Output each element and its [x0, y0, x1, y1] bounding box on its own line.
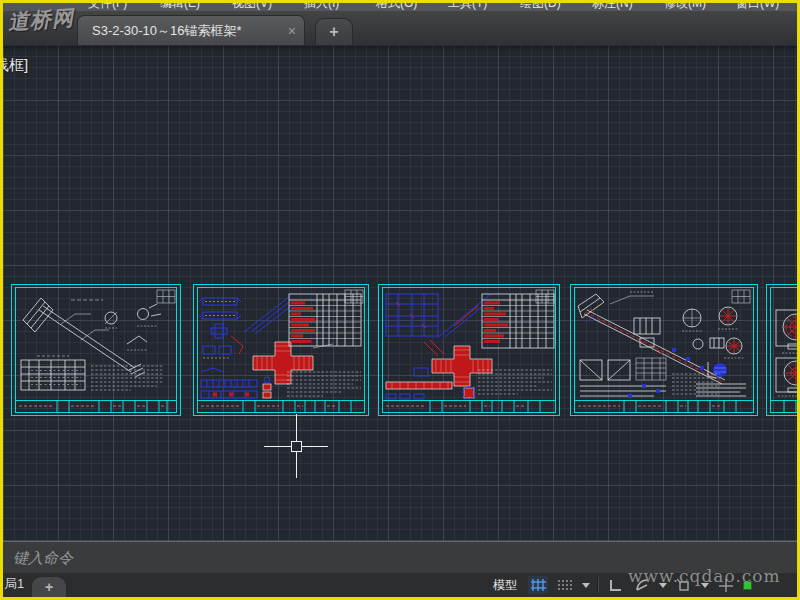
menu-item-draw[interactable]: 绘图(D) [520, 3, 561, 9]
daoqiao-logo-watermark: 道桥网 [7, 4, 75, 37]
snap-grid-icon[interactable] [528, 576, 548, 594]
file-tab-bar: 道桥网 S3-2-30-10～16锚索框架* × + [3, 11, 797, 45]
menu-item-tools[interactable]: 工具(T) [448, 3, 487, 9]
cqdao-url-watermark: www.cqdao.com [628, 566, 781, 586]
drawing-tab-active[interactable]: S3-2-30-10～16锚索框架* × [77, 15, 305, 45]
grid-display-icon[interactable] [555, 576, 575, 594]
layout-tab-partial[interactable]: 局1 [0, 573, 30, 597]
model-space-button[interactable]: 模型 [489, 577, 521, 594]
drawing-sheet-1[interactable] [11, 284, 181, 416]
menu-item-dimension[interactable]: 标注(N) [592, 3, 633, 9]
crosshair-horizontal-line [264, 446, 328, 447]
drawing-canvas[interactable]: 线框] [3, 45, 797, 541]
menu-item-file[interactable]: 文件(F) [88, 3, 127, 9]
menu-item-format[interactable]: 格式(O) [376, 3, 417, 9]
new-drawing-tab-button[interactable]: + [315, 18, 353, 46]
ortho-mode-icon[interactable] [605, 576, 625, 594]
application-window: 文件(F) 编辑(E) 视图(V) 插入(I) 格式(O) 工具(T) 绘图(D… [0, 0, 800, 600]
crosshair-vertical-line [296, 414, 297, 478]
menu-item-window[interactable]: 窗口(W) [736, 3, 779, 9]
menu-item-modify[interactable]: 修改(M) [664, 3, 706, 9]
viewport-control-fragment[interactable]: 线框] [3, 56, 28, 75]
drawing-sheet-4[interactable] [570, 284, 758, 416]
snap-settings-caret-icon[interactable] [582, 583, 590, 588]
tab-close-icon[interactable]: × [288, 23, 296, 39]
menu-bar: 文件(F) 编辑(E) 视图(V) 插入(I) 格式(O) 工具(T) 绘图(D… [3, 3, 797, 11]
menu-item-view[interactable]: 视图(V) [232, 3, 272, 9]
command-input-placeholder[interactable]: 键入命令 [13, 542, 73, 573]
status-separator [597, 577, 598, 593]
drawing-sheet-2[interactable] [193, 284, 369, 416]
drawing-sheet-5[interactable] [766, 284, 797, 416]
drawing-tab-title: S3-2-30-10～16锚索框架* [92, 22, 282, 40]
menu-item-edit[interactable]: 编辑(E) [160, 3, 200, 9]
drawing-sheet-3[interactable] [378, 284, 560, 416]
menu-item-insert[interactable]: 插入(I) [304, 3, 339, 9]
new-layout-tab-button[interactable]: + [31, 576, 67, 598]
crosshair-pickbox [291, 441, 302, 452]
